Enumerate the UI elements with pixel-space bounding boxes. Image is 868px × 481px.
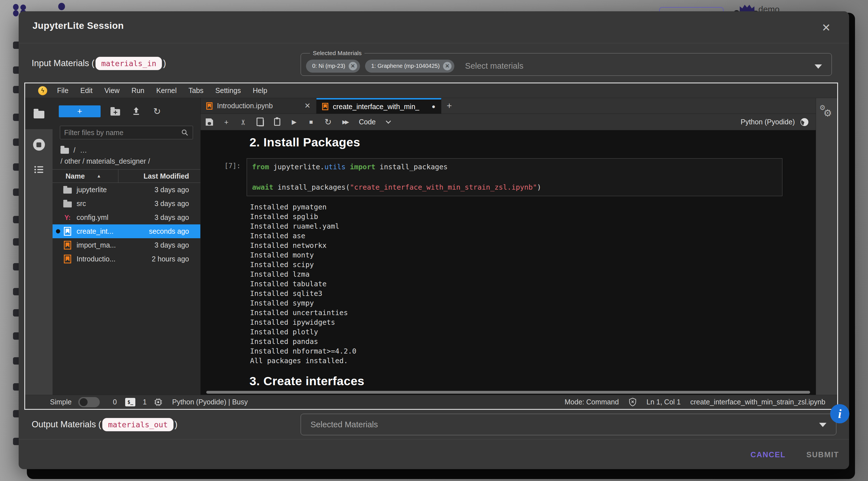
cancel-button[interactable]: CANCEL (746, 448, 790, 462)
filter-files-input[interactable] (64, 128, 181, 137)
terminal-icon[interactable]: $_ (125, 398, 135, 407)
code-cell[interactable]: [7]: from jupyterlite.utils import insta… (247, 158, 782, 196)
file-modified: 3 days ago (155, 213, 189, 221)
upload-button[interactable] (130, 107, 143, 116)
output-select-value: Selected Materials (311, 420, 378, 429)
cell-outputs: Installed pymatgen Installed spglib Inst… (250, 202, 816, 366)
refresh-icon: ↻ (153, 107, 161, 116)
simple-mode-label: Simple (50, 398, 71, 406)
copy-cell-button[interactable] (255, 117, 265, 127)
notebook-content[interactable]: 2. Install Packages [7]: from jupyterlit… (200, 130, 816, 395)
notebook-icon (322, 103, 328, 110)
document-tab-bar: Introduction.ipynb ✕ create_interface_wi… (200, 98, 816, 114)
output-line: Installed sympy (250, 298, 816, 308)
restart-icon: ↻ (324, 118, 332, 126)
page-title: JupyterLite Session (32, 20, 124, 31)
file-list: jupyterlite 3 days ago src 3 days ago (53, 183, 200, 266)
upload-icon (132, 107, 141, 116)
command-mode-indicator[interactable]: Mode: Command (564, 398, 619, 406)
output-line: Installed lzma (250, 270, 816, 279)
file-row[interactable]: jupyterlite 3 days ago (53, 183, 200, 197)
column-name[interactable]: Name (53, 172, 85, 180)
material-chip[interactable]: 1: Graphene (mp-1040425) ✕ (365, 60, 454, 72)
output-line: Installed pymatgen (250, 202, 816, 212)
chevron-down-icon[interactable] (386, 118, 391, 123)
restart-kernel-button[interactable]: ↻ (323, 117, 333, 127)
menu-item[interactable]: Help (247, 87, 273, 95)
menu-item[interactable]: Edit (74, 87, 98, 95)
restart-run-all-button[interactable]: ▶▶ (340, 117, 350, 127)
execution-count: [7]: (224, 162, 241, 170)
select-materials-placeholder: Select materials (465, 61, 523, 71)
chip-remove-icon[interactable]: ✕ (443, 62, 452, 70)
sidebar-tab-files[interactable] (25, 98, 53, 129)
notebook-panel: Introduction.ipynb ✕ create_interface_wi… (200, 98, 816, 395)
unsaved-dot-icon: ● (432, 103, 435, 110)
chevron-down-icon[interactable] (819, 423, 827, 427)
file-row[interactable]: import_ma... 3 days ago (53, 238, 200, 252)
app-logo (20, 4, 26, 10)
menu-item[interactable]: File (51, 87, 74, 95)
breadcrumb-path[interactable]: / other / materials_designer / (60, 157, 200, 165)
folder-icon (34, 111, 44, 118)
sort-ascending-icon: ▲ (97, 174, 101, 179)
add-tab-icon[interactable]: + (441, 98, 457, 114)
file-list-header[interactable]: Name ▲ Last Modified (53, 169, 200, 183)
simple-mode-toggle[interactable] (78, 397, 100, 407)
kernel-chip-icon (154, 398, 162, 407)
close-icon[interactable]: ✕ (818, 20, 834, 36)
file-modified: seconds ago (149, 227, 189, 235)
menu-item[interactable]: View (98, 87, 125, 95)
cell-type-select[interactable]: Code (359, 118, 376, 126)
cut-cell-button[interactable]: ✂ (239, 117, 248, 127)
add-cell-button[interactable]: + (221, 117, 231, 127)
file-row[interactable]: Y: config.yml 3 days ago (53, 211, 200, 224)
material-chip-label: 0: Ni (mp-23) (312, 63, 345, 69)
file-modified: 2 hours ago (152, 255, 189, 263)
output-line: Installed sqlite3 (250, 289, 816, 298)
menu-item[interactable]: Settings (209, 87, 247, 95)
table-of-contents-icon[interactable] (34, 165, 44, 174)
paste-cell-button[interactable] (272, 117, 282, 127)
terminals-count: 0 (113, 398, 117, 406)
close-tab-icon[interactable]: ✕ (304, 101, 311, 110)
code-lines: from jupyterlite.utils import install_pa… (252, 162, 777, 192)
column-last-modified[interactable]: Last Modified (144, 172, 189, 180)
tab-create-interface[interactable]: create_interface_with_min_ ● (316, 98, 441, 114)
new-folder-button[interactable] (109, 107, 122, 116)
menu-item[interactable]: Run (125, 87, 150, 95)
file-row[interactable]: src 3 days ago (53, 197, 200, 211)
horizontal-scrollbar[interactable] (206, 391, 810, 394)
new-launcher-button[interactable]: + (59, 106, 101, 117)
info-button[interactable]: i (830, 404, 849, 423)
submit-button[interactable]: SUBMIT (802, 448, 844, 462)
file-icon (62, 240, 73, 250)
file-row[interactable]: create_int... seconds ago (53, 224, 200, 238)
menu-item[interactable]: Tabs (183, 87, 209, 95)
cursor-position[interactable]: Ln 1, Col 1 (647, 398, 681, 406)
input-materials-label-suffix: ) (163, 58, 166, 68)
kernel-name[interactable]: Python (Pyodide) (741, 118, 795, 126)
refresh-button[interactable]: ↻ (151, 107, 163, 116)
running-sessions-icon[interactable] (33, 139, 45, 151)
save-button[interactable] (205, 117, 214, 127)
breadcrumb-home-icon[interactable] (60, 148, 69, 154)
kernel-status[interactable]: Python (Pyodide) | Busy (172, 398, 248, 406)
jupyter-main: + ↻ (25, 98, 837, 395)
selected-materials-select[interactable]: Selected Materials 0: Ni (mp-23) ✕ 1: Gr… (301, 50, 832, 76)
breadcrumb-ellipsis[interactable]: … (80, 146, 87, 154)
breadcrumb-root[interactable]: / (73, 146, 75, 154)
output-materials-label: Output Materials ( (32, 419, 101, 429)
run-cell-button[interactable]: ▶ (289, 117, 299, 127)
stop-kernel-button[interactable]: ■ (306, 117, 316, 127)
output-materials-select[interactable]: Selected Materials (301, 414, 836, 435)
material-chip[interactable]: 0: Ni (mp-23) ✕ (306, 60, 360, 72)
section-heading-install: 2. Install Packages (249, 136, 816, 149)
file-row[interactable]: Introductio... 2 hours ago (53, 252, 200, 266)
filter-files-box[interactable] (60, 126, 193, 139)
file-name: src (76, 200, 86, 208)
tab-introduction[interactable]: Introduction.ipynb ✕ (200, 98, 316, 114)
chevron-down-icon[interactable] (815, 64, 822, 69)
menu-item[interactable]: Kernel (150, 87, 183, 95)
chip-remove-icon[interactable]: ✕ (349, 62, 357, 70)
